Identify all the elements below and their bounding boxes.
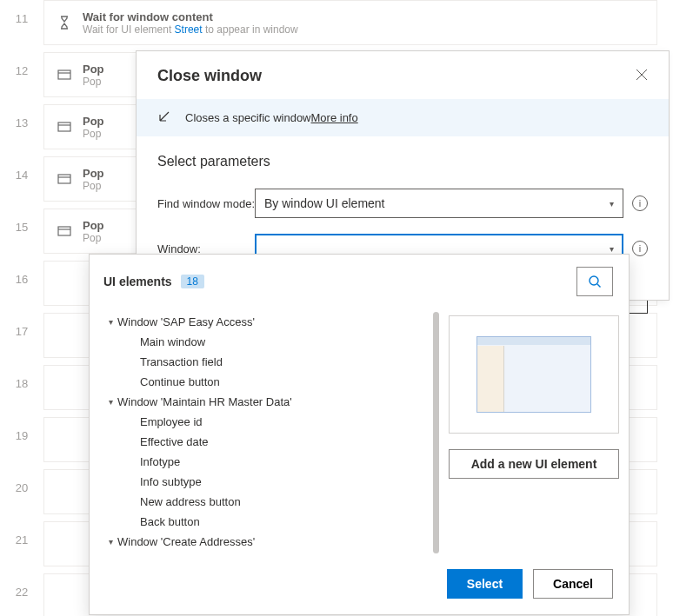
step-subtitle: Pop [83,232,104,244]
hourglass-icon [57,15,72,30]
step-subtitle: Pop [83,76,104,88]
step-number: 14 [0,156,43,182]
chevron-down-icon: ▾ [610,244,614,254]
tree-group[interactable]: ▾Window 'Maintain HR Master Data' [103,392,439,412]
tree-item[interactable]: New address button [103,492,439,512]
step-title: Pop [83,219,104,232]
tree-item[interactable]: Effective date [103,432,439,452]
add-ui-element-button[interactable]: Add a new UI element [449,449,619,479]
step-title: Pop [83,63,104,76]
step-number: 13 [0,104,43,129]
tree-item[interactable]: Transaction field [103,352,439,372]
chevron-down-icon: ▾ [103,397,117,407]
info-bar: Closes a specific window More info [137,99,669,136]
scrollbar[interactable] [433,312,439,553]
dialog-title: Close window [157,67,262,85]
more-info-link[interactable]: More info [311,111,358,124]
step-subtitle: Wait for UI element Street to appear in … [83,23,298,36]
step-title: Pop [83,115,104,128]
info-icon[interactable]: i [632,241,648,256]
step-number: 22 [0,573,43,599]
search-button[interactable] [576,267,613,296]
find-window-mode-label: Find window mode: [157,197,255,210]
cancel-button[interactable]: Cancel [533,569,613,599]
info-text: Closes a specific window [185,111,311,124]
window-icon [57,67,72,83]
step-title: Pop [83,167,104,180]
ui-elements-panel: UI elements 18 ▾Window 'SAP Easy Access'… [89,254,630,615]
step-number: 11 [0,0,43,25]
tree-group-label: Window 'Create Addresses' [117,535,255,548]
ui-elements-label: UI elements [103,275,172,288]
step-number: 21 [0,521,43,546]
step-number: 17 [0,313,43,338]
step-subtitle: Pop [83,180,104,192]
tree-item[interactable]: Main window [103,332,439,352]
tree-item[interactable]: Info subtype [103,472,439,492]
ui-elements-tree: ▾Window 'SAP Easy Access'Main windowTran… [90,312,439,557]
ui-element-preview [449,315,619,434]
svg-rect-1 [58,123,70,131]
step-number: 18 [0,365,43,390]
ui-element-link[interactable]: Street [175,23,203,36]
step-number: 19 [0,417,43,442]
step-title: Wait for window content [83,10,298,23]
arrow-down-left-icon [157,109,171,126]
step-number: 20 [0,469,43,494]
svg-rect-2 [58,175,70,183]
tree-group[interactable]: ▾Window 'Create Addresses' [103,532,439,552]
info-icon[interactable]: i [632,195,648,211]
step-subtitle: Pop [83,128,104,140]
ui-elements-count-badge: 18 [181,275,204,288]
flow-step-card[interactable]: Wait for window content Wait for UI elem… [43,0,657,45]
tree-item[interactable]: Infotype [103,452,439,472]
tree-group[interactable]: ▾Window 'SAP Easy Access' [103,312,439,332]
tree-group-label: Window 'SAP Easy Access' [117,315,255,328]
tree-item[interactable]: Street [103,552,439,557]
select-parameters-heading: Select parameters [157,154,648,169]
select-button[interactable]: Select [447,569,523,599]
tree-item[interactable]: Employee id [103,412,439,432]
svg-point-4 [590,276,598,285]
find-window-mode-dropdown[interactable]: By window UI element ▾ [255,189,623,218]
step-number: 15 [0,209,43,234]
tree-item[interactable]: Back button [103,512,439,532]
close-icon[interactable] [636,69,648,83]
window-icon [57,171,72,187]
svg-rect-3 [58,227,70,235]
window-icon [57,223,72,239]
window-icon [57,119,72,135]
chevron-down-icon: ▾ [610,199,614,209]
chevron-down-icon: ▾ [103,317,117,327]
tree-item[interactable]: Continue button [103,372,439,392]
chevron-down-icon: ▾ [103,537,117,546]
svg-rect-0 [58,70,70,79]
step-number: 12 [0,52,43,77]
tree-group-label: Window 'Maintain HR Master Data' [117,395,292,408]
step-number: 16 [0,261,43,286]
find-window-mode-value: By window UI element [264,196,385,210]
